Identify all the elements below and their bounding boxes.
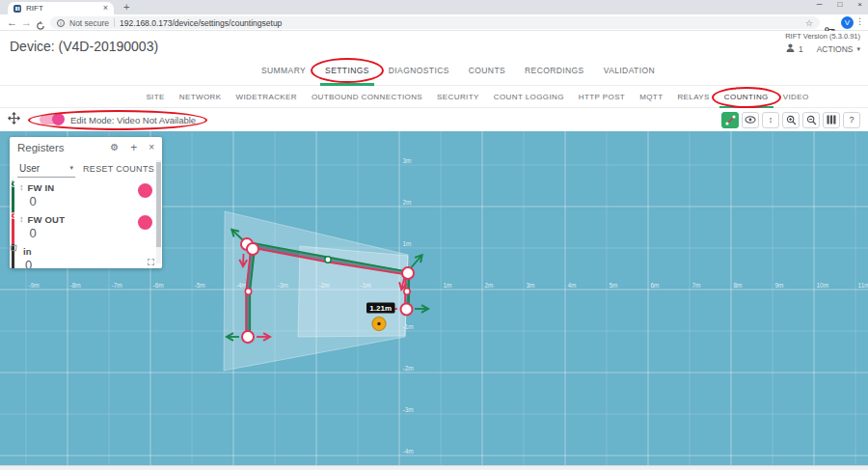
window-close-button[interactable]: ×	[857, 0, 862, 9]
close-panel-icon[interactable]: ×	[149, 143, 154, 152]
tab-label: VIDEO	[783, 93, 809, 101]
register-item[interactable]: ↕FW IN0	[10, 180, 156, 212]
panel-scrollbar[interactable]	[156, 160, 161, 263]
tab-summary[interactable]: SUMMARY	[261, 66, 306, 75]
register-item[interactable]: ↕FW OUT0	[10, 212, 156, 244]
user-count: 1	[799, 44, 803, 54]
rift-favicon	[14, 5, 21, 13]
svg-text:10m: 10m	[817, 282, 829, 289]
edit-mode-annotated-group: Edit Mode: Video Not Available	[40, 115, 196, 125]
tab-relays[interactable]: RELAYS	[677, 93, 709, 101]
tab-security[interactable]: SECURITY	[437, 93, 479, 101]
toggle-knob	[52, 113, 65, 125]
tab-site[interactable]: SITE	[146, 93, 164, 101]
counting-setup-canvas[interactable]: -9m-8m-7m-6m-5m-4m-3m-2m-1m1m2m3m4m5m6m7…	[0, 131, 868, 465]
tab-close-icon[interactable]: ×	[103, 4, 108, 13]
version-label: RIFT Version (5.3.0.91)	[785, 32, 860, 41]
tab-diagnostics[interactable]: DIAGNOSTICS	[389, 66, 449, 75]
tab-label: MQTT	[639, 93, 663, 101]
url-text: 192.168.0.173/device/settings/countingse…	[120, 18, 800, 28]
svg-text:-8m: -8m	[70, 282, 81, 289]
reset-counts-button[interactable]: RESET COUNTS	[83, 164, 154, 174]
line-midpoint-handle[interactable]	[245, 289, 251, 294]
window-maximize-button[interactable]: □	[837, 0, 842, 9]
line-vertex-handle[interactable]	[247, 243, 258, 255]
svg-text:3m: 3m	[403, 157, 412, 164]
tab-counts[interactable]: COUNTS	[469, 66, 505, 75]
tab-network[interactable]: NETWORK	[179, 93, 222, 101]
user-icon	[786, 43, 795, 54]
svg-text:-6m: -6m	[153, 282, 164, 289]
toggle-visibility-button[interactable]	[138, 183, 152, 198]
security-label: Not secure	[69, 18, 109, 28]
help-button[interactable]: ?	[843, 112, 860, 128]
panel-resize-handle-icon[interactable]	[148, 259, 154, 265]
svg-text:4m: 4m	[568, 282, 577, 289]
chevron-down-icon: ▾	[70, 164, 74, 172]
address-bar[interactable]: i Not secure 192.168.0.173/device/settin…	[50, 16, 820, 29]
browser-tab-strip: RIFT × + ─ □ ×	[0, 0, 868, 14]
browser-menu-icon[interactable]: ⋮	[855, 16, 864, 26]
register-label: in	[23, 246, 152, 257]
zoom-out-button[interactable]	[802, 112, 820, 128]
line-vertex-handle[interactable]	[401, 304, 413, 316]
visibility-tool-button[interactable]	[742, 112, 759, 128]
zoom-in-button[interactable]	[782, 112, 800, 128]
svg-text:1m: 1m	[403, 240, 412, 247]
tab-label: SITE	[146, 93, 164, 101]
drag-handle-icon[interactable]: ↕	[19, 183, 24, 192]
add-register-button[interactable]: +	[130, 142, 137, 153]
origin-marker[interactable]	[372, 318, 386, 331]
draw-line-tool-button[interactable]	[721, 112, 739, 128]
actions-button[interactable]: ACTIONS	[817, 44, 854, 54]
tab-label: VALIDATION	[604, 66, 655, 75]
new-tab-button[interactable]: +	[123, 1, 129, 13]
svg-text:5m: 5m	[610, 282, 618, 289]
tab-validation[interactable]: VALIDATION	[604, 66, 655, 75]
line-midpoint-handle[interactable]	[404, 289, 410, 294]
drag-handle-icon[interactable]: ↕	[19, 215, 24, 224]
back-icon[interactable]: ←	[7, 17, 17, 28]
line-vertex-handle[interactable]	[242, 331, 254, 343]
settings-gear-icon[interactable]: ⚙	[110, 143, 119, 152]
svg-text:2m: 2m	[485, 282, 494, 289]
line-vertex-handle[interactable]	[402, 267, 414, 279]
tab-label: HTTP POST	[579, 93, 625, 101]
height-tool-button[interactable]: ↕	[762, 112, 779, 128]
tab-label: SECURITY	[437, 93, 479, 101]
tab-label: COUNTS	[469, 66, 505, 75]
window-minimize-button[interactable]: ─	[817, 0, 823, 9]
info-icon[interactable]: i	[57, 19, 65, 27]
move-icon[interactable]	[8, 111, 20, 128]
scrollbar-thumb[interactable]	[156, 162, 161, 247]
svg-text:1m: 1m	[444, 282, 452, 289]
page-header: Device: (V4D-20190003) RIFT Version (5.3…	[0, 31, 868, 56]
direction-arrow-red	[243, 254, 244, 265]
tab-video[interactable]: VIDEO	[783, 93, 809, 101]
browser-tab-title: RIFT	[26, 4, 98, 13]
svg-text:2m: 2m	[403, 199, 412, 206]
avatar[interactable]: V	[841, 16, 854, 29]
tab-count-logging[interactable]: COUNT LOGGING	[494, 93, 564, 101]
tab-counting[interactable]: COUNTING	[724, 93, 769, 101]
register-item[interactable]: in0	[10, 244, 156, 268]
edit-mode-toggle[interactable]	[40, 115, 64, 124]
toggle-visibility-button[interactable]	[138, 215, 152, 230]
histogram-tool-button[interactable]	[823, 112, 840, 128]
tab-recordings[interactable]: RECORDINGS	[525, 66, 584, 75]
tab-widetracker[interactable]: WIDETRACKER	[235, 93, 297, 101]
tab-http-post[interactable]: HTTP POST	[579, 93, 625, 101]
tab-outbound-connections[interactable]: OUTBOUND CONNECTIONS	[312, 93, 422, 101]
main-tab-bar: SUMMARYSETTINGSDIAGNOSTICSCOUNTSRECORDIN…	[0, 56, 868, 86]
register-group-select[interactable]: User ▾	[17, 161, 75, 178]
browser-tab[interactable]: RIFT ×	[8, 2, 114, 14]
distance-value: 1.21m	[369, 304, 392, 313]
svg-text:-3m: -3m	[403, 406, 414, 413]
svg-text:6m: 6m	[651, 282, 660, 289]
page-title: Device: (V4D-20190003)	[10, 39, 158, 54]
forward-icon[interactable]: →	[21, 17, 32, 28]
bookmark-star-icon[interactable]: ☆	[805, 18, 813, 28]
tab-mqtt[interactable]: MQTT	[639, 93, 663, 101]
tab-settings[interactable]: SETTINGS	[325, 66, 369, 75]
line-midpoint-handle[interactable]	[325, 257, 331, 263]
